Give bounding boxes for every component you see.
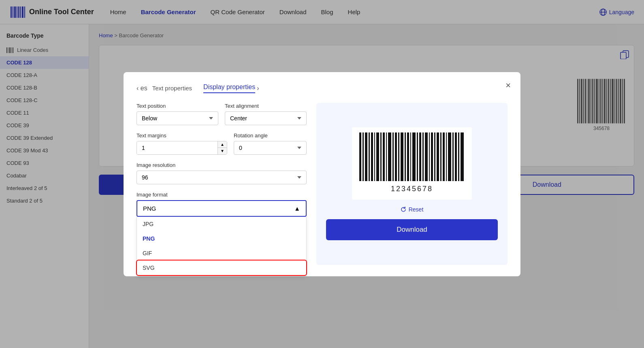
svg-rect-54 xyxy=(388,132,391,181)
svg-rect-78 xyxy=(461,132,464,181)
image-format-container: PNG ▲ JPG PNG GIF SVG xyxy=(136,200,307,217)
image-resolution-select[interactable]: 96 72 150 200 300 xyxy=(136,171,307,184)
rotation-angle-select[interactable]: 0 90 180 270 xyxy=(234,141,307,155)
svg-rect-71 xyxy=(440,132,441,181)
svg-rect-67 xyxy=(429,132,430,181)
modal-body: Text position Below Above None Text alig… xyxy=(136,103,508,265)
text-position-select[interactable]: Below Above None xyxy=(136,111,218,125)
form-row-3: Image resolution 96 72 150 200 300 xyxy=(136,162,307,184)
modal-nav-left[interactable]: ‹ es xyxy=(136,85,147,92)
svg-rect-73 xyxy=(446,132,447,181)
svg-rect-76 xyxy=(455,132,457,181)
svg-rect-62 xyxy=(412,132,416,181)
format-option-svg[interactable]: SVG xyxy=(137,260,306,275)
format-option-jpg[interactable]: JPG xyxy=(137,217,306,231)
text-alignment-group: Text alignment Center Left Right xyxy=(225,103,307,125)
svg-text:12345678: 12345678 xyxy=(391,185,433,193)
svg-rect-53 xyxy=(386,132,387,181)
svg-rect-70 xyxy=(437,132,439,181)
svg-rect-46 xyxy=(365,132,367,181)
image-format-label: Image format xyxy=(136,192,307,198)
barcode-svg-wrap: 12345678 xyxy=(352,127,472,200)
svg-rect-61 xyxy=(410,132,411,181)
reset-label: Reset xyxy=(409,206,424,213)
svg-rect-59 xyxy=(405,132,406,181)
barcode-svg: 12345678 xyxy=(355,130,469,195)
svg-rect-65 xyxy=(422,132,424,181)
barcode-preview-panel: 12345678 Reset Download xyxy=(316,103,508,265)
form-row-1: Text position Below Above None Text alig… xyxy=(136,103,307,125)
svg-rect-72 xyxy=(443,132,445,181)
svg-rect-57 xyxy=(398,132,399,181)
format-option-png[interactable]: PNG xyxy=(137,231,306,246)
form-row-2: Text margins ▲ ▼ Rotation angle 0 xyxy=(136,132,307,155)
reset-button[interactable]: Reset xyxy=(401,206,424,213)
svg-rect-66 xyxy=(425,132,428,181)
svg-rect-69 xyxy=(434,132,435,181)
image-format-button[interactable]: PNG ▲ xyxy=(136,200,307,217)
image-format-dropdown: JPG PNG GIF SVG xyxy=(136,217,307,275)
svg-rect-77 xyxy=(458,132,459,181)
svg-rect-51 xyxy=(380,132,382,181)
image-format-group: Image format PNG ▲ JPG PNG GIF SVG xyxy=(136,192,307,217)
chevron-up-icon: ▲ xyxy=(294,205,300,212)
svg-rect-63 xyxy=(417,132,418,181)
text-margins-spinners: ▲ ▼ xyxy=(218,141,227,154)
svg-rect-58 xyxy=(401,132,403,181)
text-alignment-label: Text alignment xyxy=(225,103,307,109)
text-margins-down[interactable]: ▼ xyxy=(218,148,227,154)
text-margins-up[interactable]: ▲ xyxy=(218,141,227,148)
text-margins-input-group: ▲ ▼ xyxy=(136,141,227,155)
svg-rect-44 xyxy=(359,132,361,181)
svg-rect-50 xyxy=(376,132,379,181)
rotation-angle-label: Rotation angle xyxy=(234,132,307,139)
modal-header: ‹ es Text properties Display properties … xyxy=(136,83,508,93)
svg-rect-74 xyxy=(448,132,451,181)
text-margins-group: Text margins ▲ ▼ xyxy=(136,132,227,155)
svg-rect-60 xyxy=(407,132,409,181)
modal-overlay: ‹ es Text properties Display properties … xyxy=(0,0,644,348)
text-alignment-select[interactable]: Center Left Right xyxy=(225,111,307,125)
tab-display-properties[interactable]: Display properties xyxy=(203,83,255,93)
text-position-label: Text position xyxy=(136,103,218,109)
format-option-gif[interactable]: GIF xyxy=(137,246,306,260)
text-margins-label: Text margins xyxy=(136,132,227,139)
image-resolution-group: Image resolution 96 72 150 200 300 xyxy=(136,162,307,184)
text-position-group: Text position Below Above None xyxy=(136,103,218,125)
svg-rect-45 xyxy=(363,132,364,181)
svg-rect-68 xyxy=(431,132,433,181)
svg-rect-64 xyxy=(419,132,421,181)
image-format-value: PNG xyxy=(143,205,156,212)
modal: ‹ es Text properties Display properties … xyxy=(124,72,520,276)
svg-rect-49 xyxy=(374,132,375,181)
modal-nav-right[interactable]: › xyxy=(257,85,259,92)
svg-rect-52 xyxy=(383,132,385,181)
svg-rect-56 xyxy=(395,132,397,181)
svg-rect-48 xyxy=(371,132,373,181)
modal-download-button[interactable]: Download xyxy=(326,219,498,240)
modal-close-button[interactable]: × xyxy=(505,80,511,91)
svg-rect-55 xyxy=(392,132,394,181)
modal-form: Text position Below Above None Text alig… xyxy=(136,103,307,265)
rotation-angle-group: Rotation angle 0 90 180 270 xyxy=(234,132,307,155)
svg-rect-75 xyxy=(452,132,454,181)
tab-text-properties[interactable]: Text properties xyxy=(152,85,192,92)
svg-rect-47 xyxy=(369,132,370,181)
text-margins-input[interactable] xyxy=(137,141,218,154)
image-resolution-label: Image resolution xyxy=(136,162,307,168)
